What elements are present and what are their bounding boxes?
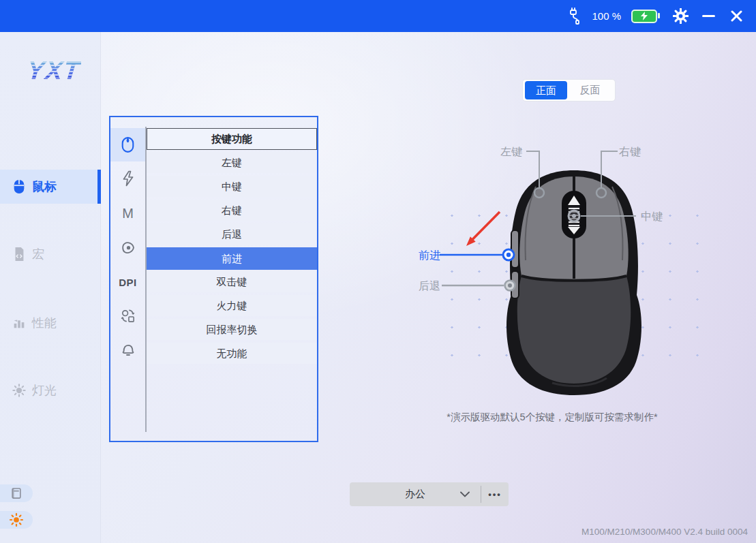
function-row-fire[interactable]: 火力键 [147, 295, 317, 316]
function-row-forward-selected[interactable]: 前进 [147, 247, 317, 270]
close-button[interactable] [727, 7, 745, 25]
strip-tab-lightning-icon[interactable] [110, 162, 145, 195]
label-forward-button: 前进 [419, 249, 440, 261]
usb-cable-icon [567, 7, 581, 25]
sidebar-item-label: 宏 [32, 246, 44, 262]
function-row-right[interactable]: 右键 [147, 200, 317, 221]
function-row-doubleclick[interactable]: 双击键 [147, 271, 317, 292]
label-right-button: 右键 [619, 146, 641, 157]
chevron-down-icon [460, 491, 470, 497]
strip-tab-m-label[interactable]: M [110, 197, 145, 230]
function-row-left[interactable]: 左键 [147, 152, 317, 173]
macro-file-icon [11, 246, 27, 262]
sidebar-item-macro[interactable]: 宏 [0, 237, 101, 271]
tab-back[interactable]: 反面 [567, 84, 613, 97]
red-arrow-pointer [466, 212, 500, 246]
sidebar-item-mouse[interactable]: 鼠标 [0, 170, 101, 204]
battery-percent: 100 % [592, 10, 621, 22]
sidebar-item-lighting[interactable]: 灯光 [0, 373, 101, 407]
mouse-icon [11, 179, 27, 195]
marker-middle-button[interactable] [569, 211, 579, 221]
side-button-forward[interactable] [511, 230, 519, 268]
light-bulb-icon [11, 382, 27, 399]
main-content: M DPI 按键功能 左键 [101, 32, 756, 543]
function-row-middle[interactable]: 中键 [147, 176, 317, 197]
marker-back-button[interactable] [505, 281, 515, 291]
sidebar-item-label: 性能 [32, 315, 57, 331]
strip-tab-swap-icon[interactable] [110, 299, 145, 332]
mouse-diagram: 左键 右键 中键 前进 后退 [409, 129, 695, 429]
theme-pill-button[interactable] [0, 511, 33, 529]
view-tabs: 正面 反面 [522, 79, 616, 102]
settings-gear-icon[interactable] [671, 7, 689, 25]
strip-tab-record-icon[interactable] [110, 231, 145, 264]
version-text: M100/M210/M300/M400 V2.4 build 0004 [581, 527, 748, 537]
function-row-back[interactable]: 后退 [147, 223, 317, 245]
label-middle-button: 中键 [641, 211, 663, 222]
strip-tab-bell-icon[interactable] [110, 333, 145, 366]
sidebar-item-performance[interactable]: 性能 [0, 306, 101, 340]
function-row-pollingrate[interactable]: 回报率切换 [147, 319, 317, 340]
label-back-button: 后退 [419, 280, 440, 292]
button-function-panel: M DPI 按键功能 左键 [109, 116, 318, 442]
battery-icon [631, 10, 657, 23]
function-list-header: 按键功能 [147, 128, 317, 150]
profile-bar: 办公 ••• [350, 482, 509, 506]
sun-icon [9, 512, 24, 527]
label-left-button: 左键 [500, 146, 522, 157]
minimize-button[interactable] [699, 7, 717, 25]
strip-tab-mouse-icon[interactable] [110, 128, 145, 161]
sidebar: YXT 鼠标 宏 性能 [0, 32, 101, 543]
profile-more-button[interactable]: ••• [481, 482, 509, 506]
marker-forward-button[interactable] [503, 249, 514, 260]
mouse-palm [517, 276, 631, 384]
manual-pill-button[interactable] [0, 484, 33, 502]
profile-dropdown[interactable]: 办公 [350, 482, 481, 506]
titlebar: 100 % [0, 0, 756, 32]
profile-selected-value: 办公 [405, 488, 425, 501]
function-list: 按键功能 左键 中键 右键 后退 前进 双击键 火力键 回报率切换 无功能 [147, 117, 317, 367]
tab-front-active[interactable]: 正面 [525, 81, 567, 99]
function-row-nofunction[interactable]: 无功能 [147, 343, 317, 364]
sidebar-item-label: 鼠标 [32, 179, 57, 195]
brand-logo: YXT [26, 57, 82, 85]
bar-chart-icon [11, 315, 27, 331]
sidebar-item-label: 灯光 [32, 382, 57, 399]
book-icon [10, 486, 23, 500]
strip-tab-dpi-label[interactable]: DPI [110, 266, 145, 298]
demo-note: *演示版驱动默认5个按键，定制版可按需求制作* [409, 411, 695, 424]
